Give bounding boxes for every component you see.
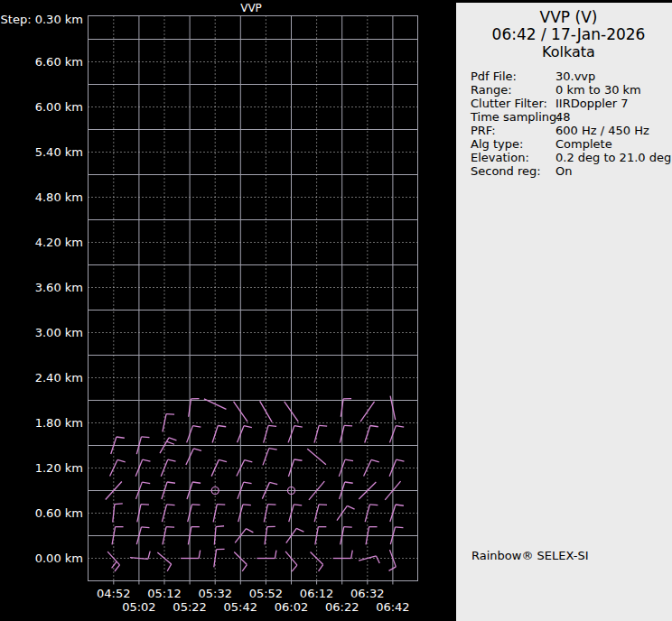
- barb-flag: [192, 505, 201, 505]
- wind-barb: [264, 425, 276, 442]
- barb-flag: [395, 527, 403, 528]
- panel-details: Pdf File: 30.vvp Range: 0 km to 30 km Cl…: [456, 70, 672, 178]
- detail-value: On: [555, 164, 672, 178]
- detail-value: Complete: [555, 137, 672, 151]
- detail-value: 0 km to 30 km: [555, 83, 672, 97]
- detail-row-elevation: Elevation: 0.2 deg to 21.0 deg: [471, 151, 672, 164]
- barb-flag: [396, 426, 404, 428]
- barb-flag: [169, 438, 176, 440]
- x-axis-label: 05:32: [198, 587, 231, 600]
- wind-barb: [238, 426, 252, 443]
- barb-flag: [345, 482, 353, 483]
- barb-flag: [370, 425, 378, 426]
- barb-flag: [397, 459, 405, 461]
- barb-flag: [319, 505, 327, 505]
- wind-barb: [257, 551, 276, 559]
- wind-barb: [186, 449, 201, 465]
- x-axis-label: 06:22: [325, 600, 359, 614]
- x-axis-label: 04:52: [97, 587, 130, 600]
- x-axis-label: 05:42: [224, 600, 257, 614]
- panel-product-title: VVP (V): [456, 3, 672, 26]
- barb-staff: [214, 527, 216, 545]
- wind-barb: [130, 551, 150, 560]
- barb-flag: [117, 459, 126, 461]
- barb-flag: [371, 459, 379, 461]
- wind-barb: [365, 425, 378, 442]
- y-axis-label: 4.80 km: [35, 190, 83, 204]
- y-axis-label: 0.00 km: [35, 551, 83, 565]
- barb-flag: [112, 561, 117, 568]
- grid-layer: [89, 16, 418, 585]
- wind-barb: [364, 459, 379, 476]
- barb-flag: [142, 482, 150, 484]
- y-axis-label: 3.00 km: [35, 326, 83, 339]
- info-panel: VVP (V) 06:42 / 17-Jan-2026 Kolkata Pdf …: [456, 3, 672, 621]
- barb-flag: [243, 505, 251, 505]
- barb-flag: [143, 459, 151, 461]
- barb-flag: [396, 505, 404, 505]
- x-axis-label: 05:52: [249, 587, 283, 600]
- wind-barb: [211, 459, 227, 476]
- barb-staff: [263, 449, 269, 466]
- barb-flag: [347, 505, 354, 509]
- panel-datetime: 06:42 / 17-Jan-2026: [456, 26, 672, 43]
- barb-flag: [167, 564, 172, 571]
- detail-label: Time sampling:: [471, 110, 555, 124]
- detail-row-prf: PRF: 600 Hz / 450 Hz: [471, 124, 672, 137]
- detail-value: 600 Hz / 450 Hz: [555, 124, 672, 137]
- barb-flag: [294, 459, 303, 460]
- barb-flag: [369, 505, 378, 505]
- detail-row-second-reg: Second reg: On: [471, 164, 672, 178]
- wind-barb: [389, 426, 404, 443]
- x-axis-label: 05:12: [147, 587, 181, 600]
- barb-flag: [141, 527, 149, 528]
- wind-barb: [289, 505, 302, 522]
- barb-flag: [275, 551, 276, 559]
- barb-flag: [167, 441, 174, 444]
- wind-barb: [181, 551, 201, 559]
- barb-flag: [167, 505, 175, 505]
- detail-row-clutter-filter: Clutter Filter: IIRDoppler 7: [471, 97, 672, 110]
- barb-flag: [115, 504, 123, 505]
- detail-row-pdf-file: Pdf File: 30.vvp: [471, 70, 672, 83]
- barb-staff: [211, 459, 219, 476]
- vvp-window: VVP Step: 0.30 km 6.60 km6.00 km5.40 km4…: [0, 0, 672, 621]
- wind-barb: [307, 449, 326, 464]
- y-axis-label: 1.20 km: [35, 461, 83, 475]
- barb-flag: [192, 482, 201, 483]
- barb-flag: [117, 437, 125, 438]
- barb-flag: [244, 482, 252, 484]
- barb-flag: [294, 505, 302, 505]
- detail-label: Second reg:: [471, 164, 555, 178]
- wind-barb: [260, 401, 273, 422]
- detail-label: PRF:: [471, 124, 555, 137]
- detail-label: Alg type:: [471, 137, 555, 151]
- x-axis-label: 05:22: [173, 600, 206, 614]
- barb-flag: [344, 425, 352, 426]
- detail-label: Range:: [471, 83, 555, 97]
- y-axis-label: 0.60 km: [35, 506, 83, 520]
- wind-barb: [360, 402, 374, 422]
- detail-value: 0.2 deg to 21.0 deg: [555, 151, 672, 164]
- detail-row-range: Range: 0 km to 30 km: [471, 83, 672, 97]
- wind-barb: [263, 449, 277, 466]
- wind-barb: [187, 426, 201, 443]
- y-axis-label: 5.40 km: [35, 145, 83, 159]
- barb-flag: [167, 482, 175, 483]
- detail-value: 30.vvp: [555, 70, 672, 83]
- barb-flag: [193, 426, 201, 428]
- wind-barb: [288, 426, 303, 443]
- barb-flag: [294, 426, 303, 428]
- barb-flag: [376, 556, 379, 563]
- y-axis-label: 6.00 km: [35, 100, 83, 114]
- detail-label: Elevation:: [471, 151, 555, 164]
- barb-flag: [218, 425, 226, 426]
- detail-row-alg-type: Alg type: Complete: [471, 137, 672, 151]
- barb-flag: [319, 565, 323, 571]
- detail-value: 48: [555, 110, 672, 124]
- barb-flag: [246, 529, 253, 533]
- x-axis-label: 06:42: [376, 600, 409, 614]
- y-axis-label: 2.40 km: [35, 371, 83, 385]
- wind-barb: [212, 425, 226, 442]
- detail-label: Clutter Filter:: [471, 97, 555, 110]
